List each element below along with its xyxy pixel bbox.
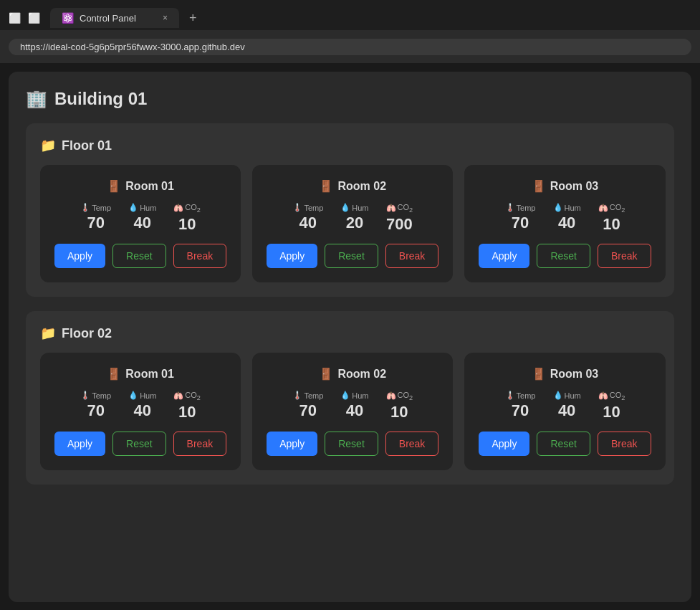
floor2-room3-icon: 🚪	[532, 367, 546, 381]
floor1-room1-hum-value: 40	[134, 214, 151, 232]
floor1-room3-apply-button[interactable]: Apply	[479, 244, 529, 268]
thermometer-icon-3: 🌡️	[505, 203, 515, 212]
floor2-room3-reset-button[interactable]: Reset	[537, 432, 590, 456]
floor1-room1-hum-sensor: 💧 Hum 40	[128, 203, 156, 234]
floor2-room3-break-button[interactable]: Break	[598, 432, 651, 456]
floor1-room3-temp-sensor: 🌡️ Temp 70	[505, 203, 536, 234]
water-drop-icon-4: 💧	[128, 391, 138, 400]
floor1-room2-icon: 🚪	[319, 179, 333, 193]
lung-icon-5: 🫁	[386, 391, 396, 401]
new-tab-button[interactable]: +	[183, 11, 203, 26]
floor1-room2-sensors: 🌡️ Temp 40 💧 Hum 20 🫁	[292, 203, 413, 234]
floor1-room1-temp-label: 🌡️ Temp	[80, 203, 111, 212]
floor1-room3-hum-value: 40	[558, 214, 575, 232]
floor2-room1-title: 🚪 Room 01	[107, 367, 174, 381]
address-bold: ideal-cod-5g6p5rpr56fwwx-3000.app.github…	[48, 42, 245, 52]
floor1-room3-card: 🚪 Room 03 🌡️ Temp 70 💧 Hum	[464, 165, 665, 282]
floor1-room3-break-button[interactable]: Break	[598, 244, 651, 268]
floor1-room3-co2-sensor: 🫁 CO2 10	[598, 203, 625, 234]
floor2-room1-break-button[interactable]: Break	[173, 432, 227, 456]
active-tab[interactable]: ⚛️ Control Panel ×	[50, 8, 179, 28]
browser-icons: ⬜ ⬜	[9, 12, 40, 24]
floor1-room2-title: 🚪 Room 02	[319, 179, 386, 193]
floor1-room3-temp-label: 🌡️ Temp	[505, 203, 536, 212]
floor2-room1-buttons: Apply Reset Break	[54, 432, 226, 456]
floor2-room2-buttons: Apply Reset Break	[267, 432, 438, 456]
address-bar[interactable]: https://ideal-cod-5g6p5rpr56fwwx-3000.ap…	[9, 39, 691, 55]
floor1-room2-co2-value: 700	[386, 215, 413, 234]
floor2-room2-card: 🚪 Room 02 🌡️ Temp 70 💧 Hum	[252, 353, 453, 470]
floor2-room1-card: 🚪 Room 01 🌡️ Temp 70 💧 Hum	[40, 353, 241, 470]
floor2-room3-apply-button[interactable]: Apply	[479, 432, 529, 456]
floor2-room1-temp-value: 70	[87, 401, 104, 420]
floor1-room1-apply-button[interactable]: Apply	[54, 244, 105, 268]
building-title: 🏢 Building 01	[26, 89, 674, 109]
floor2-room3-sensors: 🌡️ Temp 70 💧 Hum 40 🫁	[505, 391, 625, 421]
floor-title-1: 📁 Floor 01	[40, 138, 660, 153]
address-prefix: https://	[20, 42, 48, 52]
floor1-room2-temp-value: 40	[299, 214, 317, 232]
floor2-room1-sensors: 🌡️ Temp 70 💧 Hum 40 🫁	[80, 391, 201, 421]
tab-favicon: ⚛️	[62, 12, 74, 24]
floor-label-2: Floor 02	[62, 326, 112, 341]
lung-icon-4: 🫁	[173, 391, 183, 401]
floor1-room2-apply-button[interactable]: Apply	[267, 244, 317, 268]
floor2-room3-co2-value: 10	[603, 403, 620, 421]
floor1-room3-buttons: Apply Reset Break	[479, 244, 651, 268]
thermometer-icon-5: 🌡️	[292, 391, 302, 400]
floor2-room1-co2-sensor: 🫁 CO2 10	[173, 391, 201, 421]
floor-title-2: 📁 Floor 02	[40, 325, 660, 341]
building-icon: 🏢	[26, 89, 47, 109]
floor2-room3-hum-value: 40	[558, 401, 575, 420]
floor1-room3-hum-sensor: 💧 Hum 40	[553, 203, 581, 234]
floor-label-1: Floor 01	[62, 138, 112, 153]
floor2-room2-hum-sensor: 💧 Hum 40	[340, 391, 368, 421]
floor2-room1-temp-sensor: 🌡️ Temp 70	[80, 391, 111, 421]
floor2-room3-buttons: Apply Reset Break	[479, 432, 651, 456]
floor-section-1: 📁 Floor 01 🚪 Room 01 🌡️ Temp 70	[26, 123, 674, 297]
floor1-room1-hum-label: 💧 Hum	[128, 203, 156, 212]
floor2-room2-hum-value: 40	[346, 401, 363, 420]
floor1-room3-label: Room 03	[550, 180, 599, 193]
floor1-room2-reset-button[interactable]: Reset	[325, 244, 378, 268]
floor1-room1-icon: 🚪	[107, 179, 121, 193]
thermometer-icon-4: 🌡️	[80, 391, 90, 400]
floor1-room2-buttons: Apply Reset Break	[267, 244, 438, 268]
floor2-room2-temp-label: 🌡️ Temp	[292, 391, 323, 400]
browser-icon-tab[interactable]: ⬜	[28, 12, 40, 24]
floor1-room1-break-button[interactable]: Break	[173, 244, 227, 268]
floor1-room3-icon: 🚪	[532, 179, 546, 193]
floor1-room3-co2-value: 10	[603, 215, 620, 234]
floor1-room3-title: 🚪 Room 03	[532, 179, 599, 193]
floor2-room2-co2-value: 10	[390, 403, 408, 421]
floor2-room1-reset-button[interactable]: Reset	[112, 432, 166, 456]
floor2-room2-break-button[interactable]: Break	[385, 432, 439, 456]
floor1-room2-label: Room 02	[337, 180, 386, 193]
floor1-room2-break-button[interactable]: Break	[385, 244, 439, 268]
floor2-room2-co2-sensor: 🫁 CO2 10	[386, 391, 413, 421]
floor2-room3-label: Room 03	[550, 368, 599, 381]
floor2-room3-hum-label: 💧 Hum	[553, 391, 581, 400]
water-drop-icon-3: 💧	[553, 203, 563, 212]
floor2-room3-card: 🚪 Room 03 🌡️ Temp 70 💧 Hum	[464, 353, 665, 470]
floor1-room1-title: 🚪 Room 01	[107, 179, 174, 193]
floor2-room1-co2-label: 🫁 CO2	[173, 391, 201, 401]
floor2-room3-temp-value: 70	[512, 401, 529, 420]
floor2-room3-temp-label: 🌡️ Temp	[505, 391, 536, 400]
water-drop-icon-5: 💧	[340, 391, 350, 400]
tab-close-button[interactable]: ×	[163, 13, 168, 23]
floor2-room1-icon: 🚪	[107, 367, 121, 381]
floor2-room2-reset-button[interactable]: Reset	[325, 432, 378, 456]
address-bar-row: https://ideal-cod-5g6p5rpr56fwwx-3000.ap…	[0, 30, 700, 63]
floor2-room1-apply-button[interactable]: Apply	[54, 432, 105, 456]
floor2-room1-hum-label: 💧 Hum	[128, 391, 156, 400]
floor1-room2-hum-sensor: 💧 Hum 20	[340, 203, 368, 234]
floor1-room1-reset-button[interactable]: Reset	[112, 244, 166, 268]
floor1-room3-reset-button[interactable]: Reset	[537, 244, 590, 268]
water-drop-icon: 💧	[128, 203, 138, 212]
browser-icon-windows[interactable]: ⬜	[9, 12, 21, 24]
floor2-room2-apply-button[interactable]: Apply	[267, 432, 317, 456]
floor1-room2-co2-label: 🫁 CO2	[386, 203, 413, 214]
floor2-room2-temp-sensor: 🌡️ Temp 70	[292, 391, 323, 421]
floor2-room2-co2-label: 🫁 CO2	[386, 391, 413, 401]
